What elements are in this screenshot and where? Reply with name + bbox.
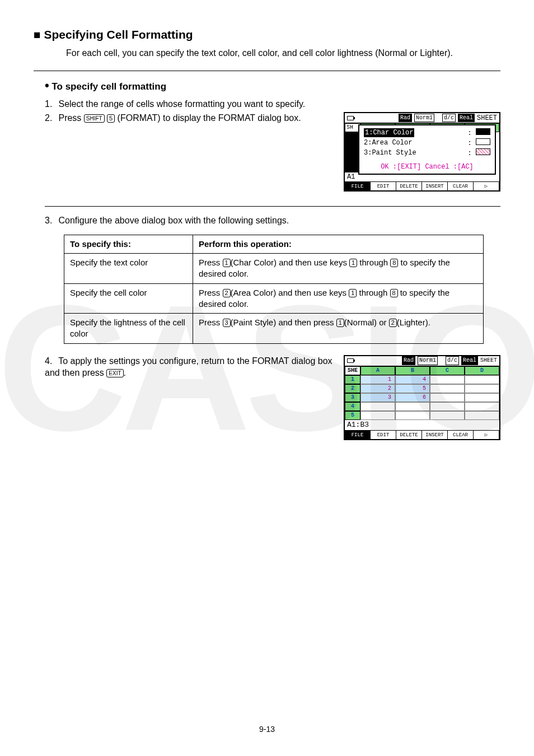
- fn-clear: CLEAR: [448, 182, 474, 190]
- row-header: 5: [345, 411, 360, 420]
- battery-icon: [347, 358, 354, 363]
- step-text: Select the range of cells whose formatti…: [58, 99, 305, 109]
- col-header-a: A: [360, 366, 395, 375]
- status-real: Real: [458, 114, 475, 123]
- t: (Area Color) and then use keys: [231, 288, 349, 297]
- col-header-c: C: [430, 366, 465, 375]
- status-sheet: SHEET: [480, 357, 497, 365]
- key-exit: EXIT: [106, 369, 123, 377]
- cell-a2: 2: [360, 384, 395, 393]
- step-number: 3.: [45, 214, 56, 227]
- cell: [360, 411, 395, 420]
- cell: [430, 384, 465, 393]
- key-2: 2: [223, 289, 231, 297]
- cell: [430, 411, 465, 420]
- step-text-b: .: [124, 368, 126, 377]
- page-content: ■ Specifying Cell Formatting For each ce…: [0, 0, 534, 440]
- popup-line-2: 2:Area Color: [364, 138, 412, 147]
- cell: [430, 393, 465, 402]
- cell-b1: 4: [395, 375, 430, 384]
- row1-col1: Specify the text color: [64, 254, 193, 284]
- fn-file: FILE: [345, 431, 371, 439]
- result-screenshot: RadNorm1 d/cReal SHEET SHE A B C D 114 2…: [344, 355, 500, 440]
- fn-clear: CLEAR: [448, 431, 474, 439]
- step-number: 2.: [45, 112, 56, 124]
- status-sheet: SHEET: [477, 114, 497, 123]
- row-header: 3: [345, 393, 360, 402]
- cell: [430, 402, 465, 411]
- t: Press: [199, 258, 223, 267]
- status-norm: Norm1: [414, 114, 434, 123]
- row2-col1: Specify the cell color: [64, 283, 193, 314]
- cell: [465, 393, 499, 402]
- divider-mid: [45, 206, 500, 207]
- fn-delete: DELETE: [396, 182, 422, 190]
- status-norm: Norm1: [418, 356, 438, 365]
- t: through: [357, 288, 390, 297]
- row3-col2: Press 3(Paint Style) and then press 1(No…: [193, 314, 484, 344]
- cell: [395, 402, 430, 411]
- steps-list: 1. Select the range of cells whose forma…: [45, 98, 500, 227]
- col-header-b: B: [395, 366, 430, 375]
- step-1: 1. Select the range of cells whose forma…: [45, 98, 500, 110]
- page-number: 9-13: [0, 725, 534, 734]
- cell-a3: 3: [360, 393, 395, 402]
- t: through: [357, 258, 390, 267]
- popup-line-3: 3:Paint Style: [364, 148, 416, 157]
- cell-a1: 1: [360, 375, 395, 384]
- fn-delete: DELETE: [396, 431, 422, 439]
- key-5: 5: [107, 114, 115, 123]
- fn-file: FILE: [345, 182, 371, 190]
- step-3: 3. Configure the above dialog box with t…: [45, 214, 500, 227]
- fn-more-icon: ▷: [474, 431, 499, 439]
- row3-col1: Specify the lightness of the cell color: [64, 314, 193, 344]
- status-rad: Rad: [399, 114, 412, 123]
- key-1: 1: [336, 319, 344, 327]
- calc2-fn-row: FILE EDIT DELETE INSERT CLEAR ▷: [345, 430, 499, 439]
- t: Press: [199, 318, 223, 327]
- key-1: 1: [349, 259, 357, 267]
- section-intro: For each cell, you can specify the text …: [66, 47, 500, 59]
- fn-insert: INSERT: [422, 182, 448, 190]
- calc-fn-row: FILE EDIT DELETE INSERT CLEAR ▷: [345, 181, 499, 190]
- corner-cell: SHE: [345, 366, 360, 375]
- fn-edit: EDIT: [371, 182, 396, 190]
- step-4-row: 4. To apply the settings you configure, …: [45, 355, 500, 440]
- cell-address: A1:B3: [345, 420, 499, 430]
- status-dc: d/c: [442, 114, 456, 123]
- table-header-2: Perform this operation:: [193, 235, 484, 253]
- t: Press: [199, 288, 223, 297]
- calc2-status-bar: RadNorm1 d/cReal SHEET: [345, 356, 499, 366]
- swatch-empty: [476, 138, 490, 145]
- swatch-black: [476, 128, 490, 135]
- step-text-b: (FORMAT) to display the FORMAT dialog bo…: [118, 113, 301, 123]
- row-header: 4: [345, 402, 360, 411]
- calc-status-bar: RadNorm1 d/cReal SHEET: [345, 113, 499, 123]
- cell-b3: 6: [395, 393, 430, 402]
- key-3: 3: [223, 319, 231, 327]
- step-text-a: Press: [58, 113, 83, 123]
- subsection-title-text: To specify cell formatting: [51, 81, 166, 92]
- step-4: 4. To apply the settings you configure, …: [45, 355, 332, 379]
- table-row: Specify the cell color Press 2(Area Colo…: [64, 283, 484, 314]
- format-popup: 1:Char Color: 2:Area Color: 3:Paint Styl…: [358, 124, 496, 175]
- col-header-d: D: [465, 366, 499, 375]
- step-2: 2. Press SHIFT 5 (FORMAT) to display the…: [45, 112, 332, 124]
- square-icon: ■: [34, 28, 41, 41]
- row-header: 1: [345, 375, 360, 384]
- cell-b2: 5: [395, 384, 430, 393]
- t: (Paint Style) and then press: [231, 318, 336, 327]
- key-1: 1: [349, 289, 357, 297]
- subsection-heading: • To specify cell formatting: [45, 81, 500, 92]
- section-heading: ■ Specifying Cell Formatting: [34, 28, 500, 41]
- section-title-text: Specifying Cell Formatting: [44, 28, 193, 41]
- step-2-row: 2. Press SHIFT 5 (FORMAT) to display the…: [45, 112, 500, 192]
- battery-icon: [347, 116, 354, 120]
- row1-col2: Press 1(Char Color) and then use keys 1 …: [193, 254, 484, 284]
- key-2: 2: [389, 319, 397, 327]
- key-1: 1: [223, 259, 231, 267]
- t: (Lighter).: [397, 318, 430, 327]
- cell: [395, 411, 430, 420]
- row-header: 2: [345, 384, 360, 393]
- cell: [465, 402, 499, 411]
